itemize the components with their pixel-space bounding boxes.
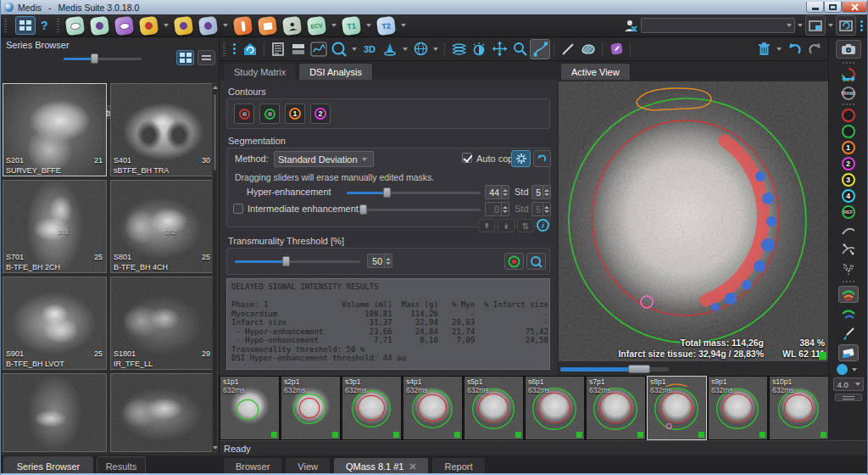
filmstrip-item[interactable]: s6p1632ms (525, 376, 585, 440)
series-thumbnail[interactable] (3, 373, 107, 452)
report-button[interactable] (268, 39, 288, 59)
app-icon-qmass[interactable] (64, 15, 84, 35)
contour-pull-button[interactable] (838, 260, 859, 277)
series-thumbnail[interactable] (110, 373, 214, 452)
measure-line-button[interactable] (558, 39, 578, 59)
app-icon-3dview[interactable] (114, 15, 133, 35)
overflow-menu-icon[interactable] (860, 20, 863, 31)
help-button[interactable]: ? (41, 19, 48, 32)
spinner-arrows-icon[interactable] (501, 186, 509, 198)
app-icon-qflow[interactable] (89, 15, 108, 35)
list-view-button[interactable] (198, 50, 215, 65)
tab-dsi-analysis[interactable]: DSI Analysis (298, 63, 373, 80)
chevron-down-icon[interactable] (798, 24, 803, 27)
filmstrip-item-selected[interactable]: s8p1632ms (647, 376, 707, 440)
series-thumbnail[interactable]: S401 30 sBTFE_BH TRA (110, 83, 214, 176)
hyper-std-spinner[interactable]: 5 (531, 185, 551, 199)
filmstrip-item[interactable]: s9p1632ms (708, 376, 768, 440)
scrollbar-thumb[interactable] (214, 94, 216, 170)
app-icon-folder-app[interactable] (257, 15, 276, 35)
series-thumbnail[interactable]: S201 21 SURVEY_BFFE (3, 83, 107, 176)
tab-results[interactable]: Results (97, 456, 146, 475)
endo-contour-button[interactable] (842, 109, 855, 122)
tab-browser[interactable]: Browser (223, 457, 282, 475)
eraser-button[interactable] (838, 344, 859, 361)
brush-width-select[interactable]: 4.0 (833, 377, 864, 391)
chevron-down-icon[interactable] (433, 48, 438, 51)
maximize-button[interactable] (824, 2, 842, 13)
contour-edit-button[interactable] (530, 39, 550, 59)
qmass-link-button[interactable] (526, 253, 546, 270)
qflow-tool-button[interactable] (329, 39, 349, 59)
roi2-button[interactable]: 2 (842, 157, 855, 170)
app-icon-qstrain[interactable] (198, 15, 217, 35)
user-session-button[interactable] (620, 15, 641, 36)
ref-contour-button[interactable]: REF (842, 205, 855, 219)
chevron-down-icon[interactable] (776, 48, 782, 51)
series-thumbnail[interactable]: 2-1 S701 25 B-TFE_BH 2CH (3, 180, 107, 273)
window-level-button[interactable] (469, 39, 489, 59)
scroll-down-icon[interactable] (213, 446, 218, 450)
slider-handle[interactable] (91, 53, 98, 64)
roi1-button[interactable]: 1 (842, 141, 855, 154)
active-view-image[interactable]: Total mass: 114,26g 384 % Infarct size t… (559, 81, 828, 361)
session-combobox[interactable] (641, 18, 795, 33)
scroll-up-icon[interactable] (213, 86, 218, 89)
film-view-button[interactable] (288, 39, 309, 59)
series-thumbnail[interactable]: 2-2 S801 25 B-TFE_BH 4CH (110, 180, 214, 273)
redo-button[interactable] (804, 39, 825, 59)
spinner-arrows-icon[interactable] (384, 254, 392, 267)
filmstrip-item[interactable]: s5p1632ms (464, 376, 524, 440)
toolbar-collapse-handle[interactable] (835, 394, 862, 401)
app-icon-qangio[interactable] (138, 15, 158, 35)
app-icon-t1[interactable]: T1 (341, 15, 360, 35)
ref-overlay-button[interactable] (504, 253, 524, 270)
tab-report[interactable]: Report (431, 457, 485, 475)
chevron-down-icon[interactable] (366, 24, 371, 27)
reset-view-button[interactable] (240, 39, 260, 59)
chevron-down-icon[interactable] (403, 48, 408, 51)
hyper-value-spinner[interactable]: 44 (485, 185, 509, 199)
roi4-button[interactable]: 4 (842, 189, 855, 203)
contour-endo-button[interactable] (234, 103, 254, 124)
toolbar-grip[interactable] (57, 19, 59, 32)
filmstrip-item[interactable]: s3p1632ms (342, 376, 402, 440)
layout-button[interactable] (15, 16, 36, 35)
grid-view-button[interactable] (176, 50, 194, 65)
close-button[interactable] (842, 2, 867, 13)
series-thumbnail[interactable]: S901 25 B-TFE_BH LVOT (3, 277, 107, 370)
chevron-down-icon[interactable] (164, 24, 169, 27)
filmstrip-item[interactable]: s10p1632ms (769, 376, 829, 440)
globe-tool-button[interactable] (410, 39, 431, 59)
arc-tool-button[interactable] (838, 221, 859, 238)
mask-draw-button[interactable] (578, 39, 598, 59)
pan-button[interactable] (489, 39, 509, 59)
mask-hypo-button[interactable] (838, 305, 859, 322)
contour-roi1-button[interactable]: 1 (285, 103, 305, 124)
epi-contour-button[interactable] (842, 125, 855, 138)
app-icon-orange-app[interactable] (232, 15, 252, 35)
draw-brush-button[interactable] (838, 325, 859, 342)
series-thumbnail[interactable]: S1801 29 IR_TFE_LL (110, 277, 214, 370)
mask-hyper-button[interactable] (838, 286, 859, 303)
intermediate-slider-handle[interactable] (359, 204, 367, 215)
tab-active-view[interactable]: Active View (560, 63, 631, 80)
chevron-down-icon[interactable] (401, 24, 406, 27)
signal-curve-button[interactable] (309, 39, 329, 59)
chevron-down-icon[interactable] (828, 24, 833, 27)
filmstrip-item[interactable]: s1p1632ms (220, 376, 280, 440)
phase-slider-handle[interactable] (628, 365, 650, 373)
series-scrollbar[interactable] (212, 83, 218, 452)
auto-segment-button[interactable] (511, 150, 531, 167)
close-tab-icon[interactable] (409, 463, 416, 470)
app-icon-ecv[interactable]: ECV (306, 15, 326, 35)
app-icon-t2[interactable]: T2 (376, 15, 395, 35)
app-icon-qtavi[interactable] (173, 15, 192, 35)
tab-qmass[interactable]: QMass 8.1 #1 (333, 457, 429, 475)
toolbar-grip[interactable] (223, 42, 225, 56)
intermediate-slider[interactable] (362, 209, 481, 211)
3d-view-button[interactable]: 3D (359, 39, 380, 59)
toolbar-menu-icon[interactable] (233, 43, 236, 54)
gem-tool-button[interactable] (606, 39, 626, 59)
app-icon-user-app[interactable] (281, 15, 301, 35)
